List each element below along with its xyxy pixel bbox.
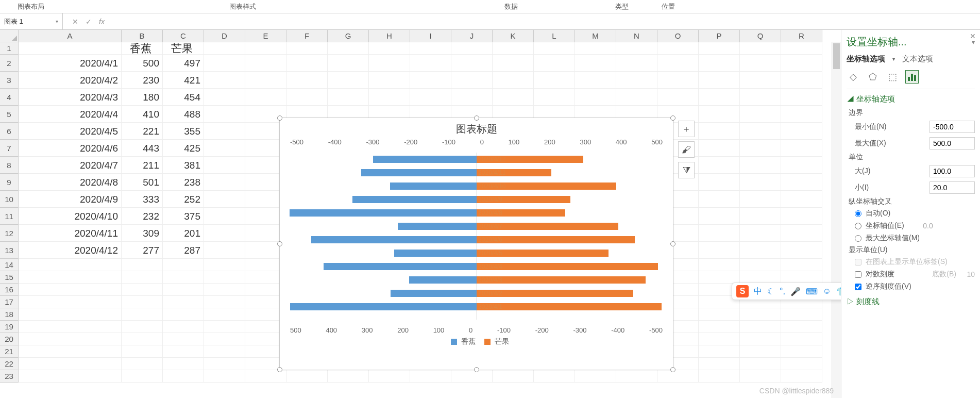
cell[interactable] bbox=[657, 55, 699, 72]
cell[interactable] bbox=[328, 370, 369, 383]
row-header[interactable]: 10 bbox=[0, 191, 19, 208]
cell[interactable]: 2020/4/1 bbox=[19, 55, 122, 72]
column-header[interactable]: P bbox=[699, 30, 740, 42]
column-header[interactable]: O bbox=[657, 30, 699, 42]
column-header[interactable]: H bbox=[369, 30, 410, 42]
resize-handle[interactable] bbox=[670, 115, 675, 121]
cell[interactable] bbox=[699, 321, 740, 333]
ime-logo-icon[interactable]: S bbox=[736, 285, 749, 297]
cell[interactable] bbox=[575, 42, 616, 55]
cell[interactable]: 355 bbox=[163, 123, 204, 140]
cell[interactable] bbox=[616, 72, 657, 89]
ribbon-group-style[interactable]: 图表样式 bbox=[62, 2, 424, 11]
resize-handle[interactable] bbox=[277, 367, 282, 372]
cell[interactable] bbox=[328, 42, 369, 55]
cell[interactable] bbox=[163, 259, 204, 271]
cell[interactable] bbox=[699, 72, 740, 89]
cell[interactable] bbox=[19, 259, 122, 271]
row-header[interactable]: 3 bbox=[0, 72, 19, 89]
cell[interactable]: 421 bbox=[163, 72, 204, 89]
cell[interactable] bbox=[575, 370, 616, 383]
cell[interactable]: 238 bbox=[163, 174, 204, 191]
cell[interactable] bbox=[616, 89, 657, 106]
cell[interactable] bbox=[740, 191, 781, 208]
cell[interactable] bbox=[122, 333, 163, 345]
chart-filter-button[interactable]: ⧩ bbox=[678, 162, 695, 178]
cell[interactable] bbox=[575, 72, 616, 89]
chart-bar-blue[interactable] bbox=[324, 263, 476, 270]
cell[interactable] bbox=[781, 333, 822, 345]
cell[interactable] bbox=[204, 271, 245, 284]
cell[interactable] bbox=[204, 157, 245, 174]
chart-legend[interactable]: 香蕉 芒果 bbox=[280, 334, 673, 350]
cell[interactable] bbox=[575, 89, 616, 106]
plot-area[interactable]: -500-400-300-200-1000100200300400500 202… bbox=[290, 138, 663, 334]
cell[interactable]: 232 bbox=[122, 208, 163, 225]
cell[interactable] bbox=[410, 42, 451, 55]
cell[interactable] bbox=[740, 242, 781, 259]
radio-cross-value[interactable] bbox=[855, 223, 861, 229]
cell[interactable] bbox=[534, 72, 575, 89]
row-header[interactable]: 4 bbox=[0, 89, 19, 106]
cell[interactable] bbox=[163, 321, 204, 333]
cell[interactable] bbox=[204, 308, 245, 321]
cell[interactable]: 375 bbox=[163, 208, 204, 225]
cell[interactable] bbox=[204, 284, 245, 296]
cell[interactable] bbox=[781, 358, 822, 370]
chart-bar-blue[interactable] bbox=[394, 250, 477, 257]
cell[interactable] bbox=[122, 259, 163, 271]
cell[interactable] bbox=[245, 89, 286, 106]
cell[interactable] bbox=[204, 225, 245, 242]
cell[interactable] bbox=[493, 55, 534, 72]
row-header[interactable]: 8 bbox=[0, 157, 19, 174]
cell[interactable]: 287 bbox=[163, 242, 204, 259]
row-header[interactable]: 5 bbox=[0, 106, 19, 123]
row-header[interactable]: 15 bbox=[0, 271, 19, 284]
cell[interactable]: 309 bbox=[122, 225, 163, 242]
cell[interactable] bbox=[616, 42, 657, 55]
cell[interactable] bbox=[122, 308, 163, 321]
cell[interactable] bbox=[204, 42, 245, 55]
input-min[interactable] bbox=[930, 121, 975, 133]
chart-bar-blue[interactable] bbox=[409, 276, 476, 284]
cell[interactable]: 221 bbox=[122, 123, 163, 140]
cell[interactable] bbox=[286, 370, 328, 383]
cell[interactable] bbox=[657, 370, 699, 383]
resize-handle[interactable] bbox=[277, 241, 282, 246]
chart-object[interactable]: 图表标题 -500-400-300-200-100010020030040050… bbox=[279, 118, 673, 370]
cell[interactable] bbox=[451, 89, 493, 106]
ime-mic-icon[interactable]: 🎤 bbox=[790, 287, 801, 296]
cell[interactable] bbox=[451, 42, 493, 55]
cell[interactable] bbox=[204, 345, 245, 358]
cell[interactable] bbox=[781, 157, 822, 174]
cell[interactable] bbox=[699, 271, 740, 284]
cell[interactable] bbox=[781, 225, 822, 242]
cell[interactable] bbox=[616, 55, 657, 72]
cell[interactable] bbox=[740, 106, 781, 123]
column-header[interactable]: G bbox=[328, 30, 369, 42]
row-header[interactable]: 23 bbox=[0, 370, 19, 383]
cell[interactable] bbox=[740, 123, 781, 140]
cell[interactable] bbox=[410, 89, 451, 106]
cell[interactable] bbox=[740, 208, 781, 225]
cell[interactable] bbox=[163, 284, 204, 296]
cell[interactable] bbox=[699, 358, 740, 370]
row-header[interactable]: 13 bbox=[0, 242, 19, 259]
cell[interactable] bbox=[328, 55, 369, 72]
cell[interactable] bbox=[369, 89, 410, 106]
cell[interactable] bbox=[740, 321, 781, 333]
cell[interactable]: 501 bbox=[122, 174, 163, 191]
cell[interactable] bbox=[410, 55, 451, 72]
column-header[interactable]: D bbox=[204, 30, 245, 42]
row-header[interactable]: 19 bbox=[0, 321, 19, 333]
cell[interactable] bbox=[369, 42, 410, 55]
cell[interactable] bbox=[657, 89, 699, 106]
pane-close-icon[interactable]: ✕ bbox=[970, 32, 976, 40]
cell[interactable] bbox=[699, 106, 740, 123]
cell[interactable]: 2020/4/5 bbox=[19, 123, 122, 140]
cell[interactable] bbox=[781, 191, 822, 208]
cell[interactable] bbox=[451, 72, 493, 89]
row-header[interactable]: 17 bbox=[0, 296, 19, 308]
chevron-down-icon[interactable]: ▾ bbox=[892, 56, 895, 62]
fill-icon[interactable]: ◇ bbox=[847, 70, 860, 84]
